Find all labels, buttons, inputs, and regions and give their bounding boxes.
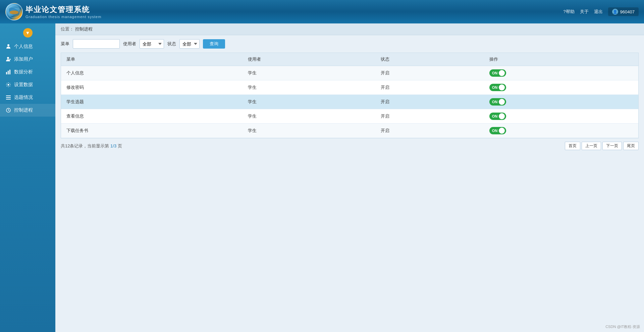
cell-menu: 修改密码	[61, 80, 243, 95]
toggle-switch[interactable]: ON	[489, 98, 506, 106]
sidebar-label-personal-info: 个人信息	[14, 44, 33, 50]
col-menu: 菜单	[61, 53, 243, 66]
svg-rect-7	[8, 71, 9, 74]
toggle-knob	[499, 84, 505, 90]
main-container: ▼ 个人信息 添加用户 数据分析 设置数据	[0, 23, 644, 332]
svg-rect-10	[6, 95, 11, 96]
footer: CSDN @IT教程-资源	[605, 324, 640, 329]
status-select[interactable]: 全部 开启 关闭	[179, 39, 200, 49]
cell-user: 学生	[243, 80, 375, 95]
svg-rect-6	[6, 72, 7, 74]
toggle-switch[interactable]: ON	[489, 127, 506, 134]
prev-page-btn[interactable]: 上一页	[582, 142, 601, 150]
person-icon	[5, 44, 11, 50]
last-page-btn[interactable]: 尾页	[623, 142, 639, 150]
cell-status: 开启	[375, 95, 484, 109]
status-label: 状态	[167, 41, 176, 47]
logout-link[interactable]: 退出	[594, 9, 603, 15]
sidebar-item-data-analysis[interactable]: 数据分析	[0, 66, 55, 78]
toggle-on-text: ON	[492, 85, 498, 89]
sidebar-label-add-user: 添加用户	[14, 56, 33, 62]
svg-point-4	[7, 44, 9, 46]
user-select[interactable]: 全部 学生 教师 管理员	[140, 39, 164, 49]
toggle-switch[interactable]: ON	[489, 84, 506, 91]
menu-input[interactable]	[73, 39, 120, 49]
cell-action: ON	[484, 80, 638, 95]
sidebar-item-set-data[interactable]: 设置数据	[0, 78, 55, 91]
first-page-btn[interactable]: 首页	[565, 142, 580, 150]
breadcrumb-value: 控制进程	[75, 26, 93, 32]
svg-rect-12	[6, 99, 11, 99]
sidebar-label-data-analysis: 数据分析	[14, 69, 33, 75]
next-page-btn[interactable]: 下一页	[602, 142, 622, 150]
cell-action: ON	[484, 95, 638, 109]
logo-text-block: 毕业论文管理系统 Graduation thesis management sy…	[25, 5, 101, 19]
col-action: 操作	[484, 53, 638, 66]
breadcrumb-label: 位置：	[61, 26, 74, 32]
page-info: 1/3	[110, 143, 116, 148]
cell-action: ON	[484, 109, 638, 124]
toggle-knob	[499, 128, 505, 134]
sidebar-label-selection: 选题情况	[14, 94, 33, 101]
cell-menu: 个人信息	[61, 66, 243, 80]
sidebar: ▼ 个人信息 添加用户 数据分析 设置数据	[0, 23, 55, 332]
pagination-info: 共12条记录，当前显示第 1/3 页	[61, 143, 122, 149]
cell-action: ON	[484, 124, 638, 138]
table-row: 查看信息 学生 开启 ON	[61, 109, 638, 124]
sidebar-arrow[interactable]: ▼	[23, 28, 33, 38]
cell-user: 学生	[243, 124, 375, 138]
gear-icon	[5, 82, 11, 88]
sidebar-item-add-user[interactable]: 添加用户	[0, 53, 55, 66]
pagination-bar: 共12条记录，当前显示第 1/3 页 首页 上一页 下一页 尾页	[55, 138, 644, 153]
toggle-knob	[499, 113, 505, 119]
logo-subtitle: Graduation thesis management system	[25, 15, 101, 19]
sidebar-item-control-process[interactable]: 控制进程	[0, 104, 55, 117]
search-bar: 菜单 使用者 全部 学生 教师 管理员 状态 全部 开启 关闭 查询	[55, 35, 644, 53]
cell-menu: 查看信息	[61, 109, 243, 124]
cell-menu: 学生选题	[61, 95, 243, 109]
svg-point-5	[7, 57, 9, 59]
toggle-on-text: ON	[492, 71, 498, 75]
cell-user: 学生	[243, 66, 375, 80]
header: 毕业论文管理系统 Graduation thesis management sy…	[0, 0, 644, 23]
user-label: 使用者	[123, 41, 136, 47]
footer-text: CSDN @IT教程-资源	[605, 325, 640, 329]
cell-status: 开启	[375, 80, 484, 95]
toggle-switch[interactable]: ON	[489, 113, 506, 120]
data-table: 菜单 使用者 状态 操作 个人信息 学生 开启 ON 修改密码 学生	[61, 53, 638, 138]
menu-label: 菜单	[61, 41, 69, 47]
toggle-switch[interactable]: ON	[489, 69, 506, 77]
cell-user: 学生	[243, 109, 375, 124]
breadcrumb: 位置： 控制进程	[55, 23, 644, 35]
svg-rect-8	[9, 70, 10, 74]
col-user: 使用者	[243, 53, 375, 66]
table-header-row: 菜单 使用者 状态 操作	[61, 53, 638, 66]
pagination-buttons: 首页 上一页 下一页 尾页	[565, 142, 639, 150]
cell-action: ON	[484, 66, 638, 80]
chart-icon	[5, 69, 11, 75]
svg-rect-11	[6, 97, 11, 98]
control-icon	[5, 107, 11, 113]
cell-status: 开启	[375, 66, 484, 80]
content: 位置： 控制进程 菜单 使用者 全部 学生 教师 管理员 状态 全部 开启 关闭…	[55, 23, 644, 332]
toggle-knob	[499, 99, 505, 105]
toggle-on-text: ON	[492, 129, 498, 133]
user-badge[interactable]: 👤 960407	[608, 7, 639, 16]
logo-title: 毕业论文管理系统	[25, 5, 101, 15]
cell-status: 开启	[375, 109, 484, 124]
header-right: ?帮助 关于 退出 👤 960407	[563, 7, 639, 16]
query-button[interactable]: 查询	[203, 39, 225, 49]
table-row: 下载任务书 学生 开启 ON	[61, 124, 638, 138]
user-icon: 👤	[612, 9, 618, 15]
sidebar-item-selection[interactable]: 选题情况	[0, 91, 55, 104]
toggle-on-text: ON	[492, 114, 498, 118]
toggle-on-text: ON	[492, 100, 498, 104]
sidebar-item-personal-info[interactable]: 个人信息	[0, 40, 55, 53]
about-link[interactable]: 关于	[580, 9, 589, 15]
table-row: 修改密码 学生 开启 ON	[61, 80, 638, 95]
list-icon	[5, 94, 11, 101]
help-link[interactable]: ?帮助	[563, 9, 574, 15]
logo: 毕业论文管理系统 Graduation thesis management sy…	[5, 3, 101, 20]
add-person-icon	[5, 56, 11, 62]
table-row: 个人信息 学生 开启 ON	[61, 66, 638, 80]
